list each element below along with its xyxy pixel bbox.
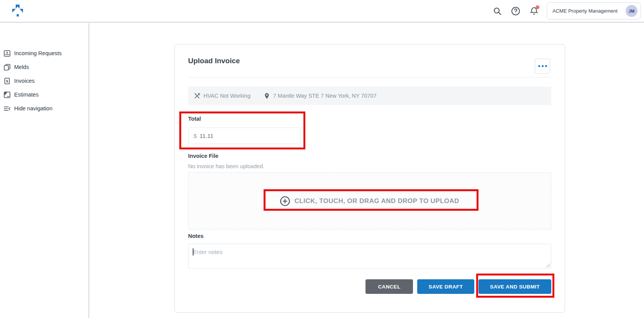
sidebar-item-hide-navigation[interactable]: Hide navigation: [0, 102, 88, 115]
help-icon[interactable]: [511, 7, 520, 16]
sidebar-item-label: Invoices: [14, 77, 34, 84]
page-title: Upload Invoice: [188, 57, 240, 65]
save-and-submit-button[interactable]: SAVE AND SUBMIT: [478, 279, 551, 294]
account-switcher[interactable]: ACME Property Management JM: [547, 2, 641, 20]
search-icon[interactable]: [493, 7, 502, 16]
text-caret: [193, 248, 193, 256]
invoice-file-icon: $: [4, 78, 10, 84]
estimate-icon: [4, 92, 10, 98]
copy-icon: [4, 64, 10, 70]
sidebar-item-invoices[interactable]: $ Invoices: [0, 74, 88, 88]
cancel-button[interactable]: CANCEL: [365, 279, 413, 294]
resize-grip[interactable]: [546, 264, 550, 267]
sidebar-item-label: Estimates: [14, 91, 39, 98]
property-meld-logo-icon[interactable]: [12, 5, 23, 17]
total-input[interactable]: [200, 133, 296, 139]
account-name: ACME Property Management: [552, 8, 626, 14]
sidebar-item-label: Hide navigation: [14, 105, 52, 112]
meld-issue: HVAC Not Working: [194, 93, 251, 99]
location-pin-icon: [264, 93, 270, 99]
notes-label: Notes: [188, 233, 203, 239]
notes-field: [188, 244, 551, 269]
sidebar-item-melds[interactable]: Melds: [0, 60, 88, 74]
meld-info-bar: HVAC Not Working 7 Mantle Way STE 7 New …: [188, 87, 551, 105]
header-divider: [188, 77, 552, 77]
total-label: Total: [188, 116, 201, 122]
sidebar: Incoming Requests Melds $ Invoices Estim…: [0, 23, 89, 318]
collapse-nav-icon: [4, 105, 10, 112]
total-field[interactable]: $: [188, 128, 301, 144]
tools-icon: [194, 93, 200, 99]
notification-dot: [536, 5, 539, 9]
sidebar-item-estimates[interactable]: Estimates: [0, 88, 88, 102]
upload-invoice-card: Upload Invoice HVAC Not Working 7 Mantle…: [174, 44, 565, 313]
invoice-file-label: Invoice File: [188, 153, 218, 159]
save-draft-button[interactable]: SAVE DRAFT: [417, 279, 474, 294]
more-options-button[interactable]: [535, 59, 550, 74]
meld-address-label: 7 Mantle Way STE 7 New York, NY 70707: [273, 93, 377, 99]
meld-address: 7 Mantle Way STE 7 New York, NY 70707: [264, 93, 377, 99]
notes-textarea[interactable]: [188, 244, 551, 268]
action-buttons: CANCEL SAVE DRAFT SAVE AND SUBMIT: [365, 279, 551, 294]
dropzone-cta-text: CLICK, TOUCH, OR DRAG AND DROP TO UPLOAD: [294, 197, 459, 205]
sidebar-item-label: Incoming Requests: [14, 50, 62, 57]
circle-plus-icon: [280, 196, 290, 206]
file-dropzone[interactable]: CLICK, TOUCH, OR DRAG AND DROP TO UPLOAD: [188, 172, 551, 229]
inbox-in-icon: [4, 50, 10, 57]
sidebar-item-label: Melds: [14, 64, 29, 70]
top-bar: ACME Property Management JM: [0, 0, 644, 23]
sidebar-item-incoming-requests[interactable]: Incoming Requests: [0, 46, 88, 60]
notification-bell-icon[interactable]: [529, 7, 539, 16]
meld-issue-label: HVAC Not Working: [203, 93, 251, 99]
currency-symbol: $: [193, 133, 197, 139]
ellipsis-icon: [538, 65, 540, 67]
invoice-file-empty-text: No invoice has been uploaded.: [188, 163, 264, 169]
svg-text:$: $: [6, 79, 8, 83]
avatar[interactable]: JM: [626, 5, 637, 17]
